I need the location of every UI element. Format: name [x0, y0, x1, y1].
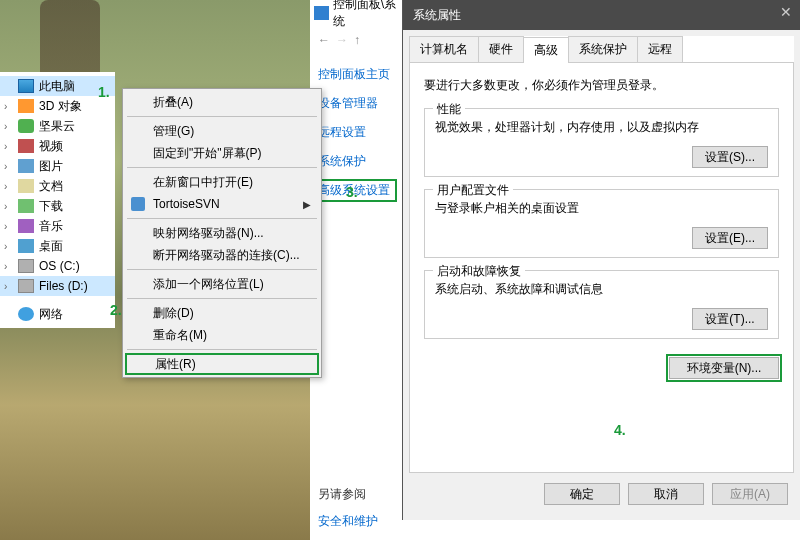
tab-advanced-body: 要进行大多数更改，你必须作为管理员登录。 性能视觉效果，处理器计划，内存使用，以… — [409, 63, 794, 473]
dialog-titlebar: 系统属性 ✕ — [403, 0, 800, 30]
link-security-maintenance[interactable]: 安全和维护 — [318, 513, 378, 530]
annotation-1: 1. — [98, 84, 110, 100]
nav-fwd-icon: → — [336, 33, 348, 47]
explorer-tree: 此电脑›3D 对象›坚果云›视频›图片›文档›下载›音乐›桌面›OS (C:)›… — [0, 72, 115, 328]
chevron-right-icon[interactable]: › — [4, 221, 7, 232]
tree-item-10[interactable]: ›Files (D:) — [0, 276, 115, 296]
system-properties-dialog: 系统属性 ✕ 计算机名硬件高级系统保护远程 要进行大多数更改，你必须作为管理员登… — [402, 0, 800, 520]
tree-item-label: 图片 — [39, 158, 63, 175]
menu-item-label: 属性(R) — [155, 356, 196, 373]
tree-item-label: 此电脑 — [39, 78, 75, 95]
menu-item-11[interactable]: 添加一个网络位置(L) — [125, 273, 319, 295]
group-desc: 与登录帐户相关的桌面设置 — [435, 200, 768, 217]
tab-3[interactable]: 系统保护 — [568, 36, 638, 62]
pic-ico — [18, 159, 34, 173]
menu-separator — [127, 269, 317, 270]
chevron-right-icon[interactable]: › — [4, 141, 7, 152]
cancel-button[interactable]: 取消 — [628, 483, 704, 505]
menu-item-14[interactable]: 重命名(M) — [125, 324, 319, 346]
tree-item-6[interactable]: ›下载 — [0, 196, 115, 216]
chevron-right-icon[interactable]: › — [4, 161, 7, 172]
group-desc: 系统启动、系统故障和调试信息 — [435, 281, 768, 298]
menu-item-8[interactable]: 映射网络驱动器(N)... — [125, 222, 319, 244]
link-remote-settings[interactable]: 远程设置 — [318, 124, 394, 141]
menu-item-label: 折叠(A) — [153, 94, 193, 111]
menu-item-13[interactable]: 删除(D) — [125, 302, 319, 324]
tab-2[interactable]: 高级 — [523, 37, 569, 63]
menu-item-label: 断开网络驱动器的连接(C)... — [153, 247, 300, 264]
tree-item-8[interactable]: ›桌面 — [0, 236, 115, 256]
group-legend: 用户配置文件 — [433, 182, 513, 199]
tree-item-3[interactable]: ›视频 — [0, 136, 115, 156]
close-icon[interactable]: ✕ — [780, 4, 792, 20]
menu-item-0[interactable]: 折叠(A) — [125, 91, 319, 113]
settings-button-2[interactable]: 设置(T)... — [692, 308, 768, 330]
nav-up-icon[interactable]: ↑ — [354, 33, 360, 47]
control-panel-see-also: 另请参阅 安全和维护 — [318, 486, 378, 530]
menu-item-label: 固定到"开始"屏幕(P) — [153, 145, 262, 162]
tree-item-label: 坚果云 — [39, 118, 75, 135]
group-2: 启动和故障恢复系统启动、系统故障和调试信息设置(T)... — [424, 270, 779, 339]
chevron-right-icon[interactable]: › — [4, 201, 7, 212]
link-system-protection[interactable]: 系统保护 — [318, 153, 394, 170]
chevron-right-icon[interactable]: › — [4, 121, 7, 132]
menu-item-6[interactable]: TortoiseSVN▶ — [125, 193, 319, 215]
menu-item-label: 管理(G) — [153, 123, 194, 140]
drive-ico — [18, 259, 34, 273]
annotation-4: 4. — [614, 422, 626, 438]
dialog-tabs: 计算机名硬件高级系统保护远程 — [409, 36, 794, 63]
tree-item-label: 网络 — [39, 306, 63, 323]
control-panel-home[interactable]: 控制面板主页 — [318, 66, 394, 83]
tree-item-label: 3D 对象 — [39, 98, 82, 115]
tree-item-label: Files (D:) — [39, 279, 88, 293]
chevron-right-icon[interactable]: › — [4, 241, 7, 252]
chevron-right-icon[interactable]: › — [4, 261, 7, 272]
tree-item-label: 下载 — [39, 198, 63, 215]
dialog-title: 系统属性 — [413, 7, 461, 24]
dialog-button-row: 确定 取消 应用(A) — [403, 473, 800, 515]
tab-4[interactable]: 远程 — [637, 36, 683, 62]
obj-ico — [18, 99, 34, 113]
menu-item-label: 重命名(M) — [153, 327, 207, 344]
tree-item-9[interactable]: ›OS (C:) — [0, 256, 115, 276]
tree-item-2[interactable]: ›坚果云 — [0, 116, 115, 136]
control-panel-icon — [314, 6, 329, 20]
tab-1[interactable]: 硬件 — [478, 36, 524, 62]
menu-item-9[interactable]: 断开网络驱动器的连接(C)... — [125, 244, 319, 266]
link-device-manager[interactable]: 设备管理器 — [318, 95, 394, 112]
tree-item-4[interactable]: ›图片 — [0, 156, 115, 176]
tree-item-label: 文档 — [39, 178, 63, 195]
env-variables-button[interactable]: 环境变量(N)... — [669, 357, 779, 379]
tree-item-label: 桌面 — [39, 238, 63, 255]
apply-button[interactable]: 应用(A) — [712, 483, 788, 505]
menu-item-label: TortoiseSVN — [153, 197, 220, 211]
tree-item-11[interactable]: 网络 — [0, 304, 115, 324]
pc-ico — [18, 79, 34, 93]
group-1: 用户配置文件与登录帐户相关的桌面设置设置(E)... — [424, 189, 779, 258]
menu-item-2[interactable]: 管理(G) — [125, 120, 319, 142]
settings-button-1[interactable]: 设置(E)... — [692, 227, 768, 249]
context-menu: 折叠(A)管理(G)固定到"开始"屏幕(P)在新窗口中打开(E)Tortoise… — [122, 88, 322, 378]
menu-item-16[interactable]: 属性(R) — [125, 353, 319, 375]
tree-item-7[interactable]: ›音乐 — [0, 216, 115, 236]
nav-back-icon[interactable]: ← — [318, 33, 330, 47]
menu-item-5[interactable]: 在新窗口中打开(E) — [125, 171, 319, 193]
tree-item-label: 视频 — [39, 138, 63, 155]
menu-item-3[interactable]: 固定到"开始"屏幕(P) — [125, 142, 319, 164]
control-panel-nav[interactable]: ← → ↑ — [310, 26, 402, 54]
chevron-right-icon[interactable]: › — [4, 101, 7, 112]
desk-ico — [18, 239, 34, 253]
tree-item-label: OS (C:) — [39, 259, 80, 273]
annotation-3: 3. — [346, 184, 358, 200]
tab-0[interactable]: 计算机名 — [409, 36, 479, 62]
menu-separator — [127, 167, 317, 168]
settings-button-0[interactable]: 设置(S)... — [692, 146, 768, 168]
chevron-right-icon[interactable]: › — [4, 281, 7, 292]
group-legend: 性能 — [433, 101, 465, 118]
ok-button[interactable]: 确定 — [544, 483, 620, 505]
chevron-right-icon[interactable]: › — [4, 181, 7, 192]
tortoise-icon — [131, 197, 145, 211]
tree-item-5[interactable]: ›文档 — [0, 176, 115, 196]
annotation-2: 2. — [110, 302, 122, 318]
control-panel-window: 控制面板\系统 ← → ↑ 控制面板主页 设备管理器 远程设置 系统保护 高级系… — [310, 0, 402, 540]
